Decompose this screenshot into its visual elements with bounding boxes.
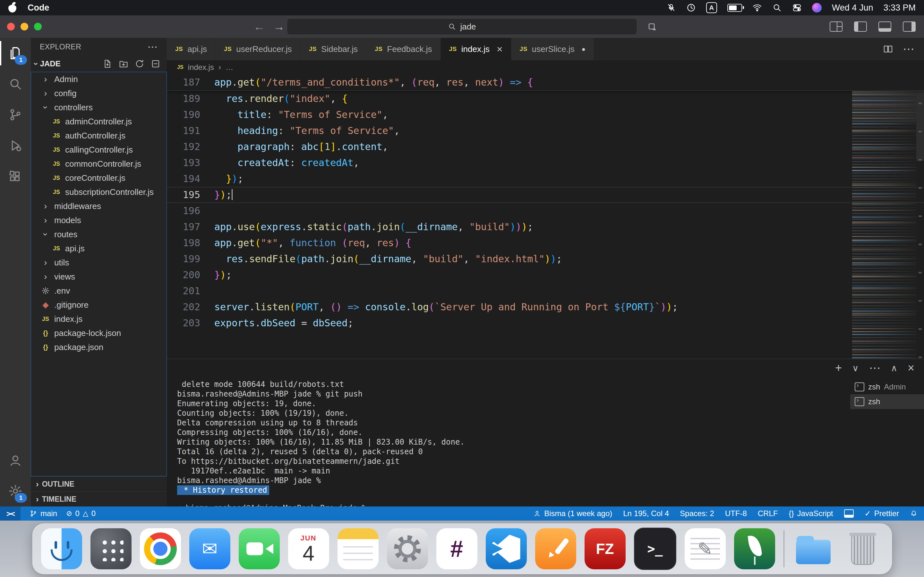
control-center-icon[interactable] <box>792 3 802 13</box>
code-row[interactable]: 197 app.use(express.static(path.join(__d… <box>167 219 924 235</box>
remote-indicator[interactable]: >< <box>0 506 21 521</box>
clock-icon[interactable] <box>686 3 696 13</box>
collapse-all-icon[interactable] <box>151 59 160 69</box>
cursor-position[interactable]: Ln 195, Col 4 <box>623 509 669 518</box>
tree-item[interactable]: models <box>31 213 166 227</box>
customize-layout-icon[interactable] <box>830 21 843 32</box>
dock-terminal[interactable]: >_ <box>634 528 676 570</box>
search-input[interactable]: jade <box>287 18 637 35</box>
code-row[interactable]: 192 paragraph: abc[1].content, <box>167 139 924 155</box>
dock-launchpad[interactable] <box>90 528 132 569</box>
dock-pages[interactable] <box>535 528 576 569</box>
tree-item[interactable]: routes <box>31 227 166 242</box>
terminal-dropdown-icon[interactable]: ∨ <box>852 363 859 374</box>
menu-time[interactable]: 3:33 PM <box>883 3 916 13</box>
toggle-secondary-sidebar-icon[interactable] <box>903 21 916 32</box>
dock-mail[interactable]: ✉ <box>189 528 230 569</box>
code-row[interactable]: 193 createdAt: createdAt, <box>167 155 924 171</box>
terminal-instance[interactable]: zsh Admin <box>850 380 924 394</box>
tree-item[interactable]: JS coreController.js <box>31 171 166 185</box>
dock-chrome[interactable] <box>140 528 181 569</box>
tree-item[interactable]: utils <box>31 255 166 269</box>
new-folder-icon[interactable] <box>119 59 128 69</box>
outline-section[interactable]: › OUTLINE <box>31 476 167 492</box>
editor-layout-dropdown-icon[interactable] <box>648 22 657 31</box>
code-row[interactable]: 195 }); <box>167 187 924 203</box>
dock-vscode[interactable] <box>486 528 527 569</box>
tree-item[interactable]: ◆ .gitignore <box>31 298 166 312</box>
tree-item[interactable]: .env <box>31 284 166 298</box>
tree-item[interactable]: JS adminController.js <box>31 114 166 129</box>
notifications-bell[interactable] <box>910 510 918 517</box>
tree-item[interactable]: JS callingController.js <box>31 143 166 157</box>
dock-slack[interactable]: # <box>436 528 477 569</box>
activity-explorer[interactable]: 1 <box>0 38 31 69</box>
apple-menu-icon[interactable] <box>8 3 17 13</box>
code-editor[interactable]: 187 app.get("/terms_and_conditions*", (r… <box>167 74 924 359</box>
encoding[interactable]: UTF-8 <box>725 509 747 518</box>
dock-filezilla[interactable]: FZ <box>585 528 626 569</box>
code-row[interactable]: 199 res.sendFile(path.join(__dirname, "b… <box>167 251 924 267</box>
tree-item[interactable]: Admin <box>31 72 166 86</box>
dock-textedit[interactable]: ✎ <box>685 528 726 569</box>
indentation[interactable]: Spaces: 2 <box>680 509 714 518</box>
timeline-section[interactable]: › TIMELINE <box>31 492 167 506</box>
code-row[interactable]: 190 title: "Terms of Service", <box>167 107 924 123</box>
code-row[interactable]: 194 }); <box>167 171 924 187</box>
refresh-icon[interactable] <box>135 59 144 69</box>
menu-date[interactable]: Wed 4 Jun <box>832 3 873 13</box>
close-tab-icon[interactable]: × <box>497 44 503 54</box>
maximize-panel-icon[interactable]: ∧ <box>891 363 897 374</box>
tree-item[interactable]: JS authController.js <box>31 129 166 143</box>
file-tree[interactable]: Admin config controllers JS <box>31 72 167 476</box>
tree-item[interactable]: views <box>31 269 166 284</box>
dock-mongodb[interactable] <box>734 528 775 569</box>
code-row[interactable]: 196 <box>167 203 924 219</box>
new-terminal-icon[interactable]: + <box>835 361 842 375</box>
tree-item[interactable]: JS index.js <box>31 312 166 326</box>
minimize-window-button[interactable] <box>21 23 28 31</box>
tree-item[interactable]: {} package.json <box>31 340 166 354</box>
toggle-primary-sidebar-icon[interactable] <box>854 21 867 32</box>
app-menu[interactable]: Code <box>27 3 49 13</box>
dock-trash[interactable] <box>842 528 883 569</box>
eol-sequence[interactable]: CRLF <box>758 509 778 518</box>
activity-source-control[interactable] <box>0 99 31 130</box>
activity-run-debug[interactable] <box>0 130 31 161</box>
input-source-icon[interactable]: A <box>706 2 717 13</box>
project-section-header[interactable]: › JADE <box>31 56 167 72</box>
git-branch[interactable]: main <box>29 509 57 518</box>
editor-tab[interactable]: JS index.js × <box>441 38 511 60</box>
tree-item[interactable]: JS api.js <box>31 242 166 255</box>
layout-icon[interactable] <box>844 509 854 518</box>
breadcrumb[interactable]: JS index.js › … <box>167 60 924 74</box>
close-window-button[interactable] <box>7 23 15 31</box>
code-row[interactable]: 200 }); <box>167 267 924 283</box>
tree-item[interactable]: JS subscriptionController.js <box>31 185 166 199</box>
git-blame[interactable]: Bisma (1 week ago) <box>533 509 612 518</box>
new-file-icon[interactable] <box>103 59 112 69</box>
activity-settings[interactable]: 1 <box>0 476 31 506</box>
activity-extensions[interactable] <box>0 161 31 192</box>
back-icon[interactable]: ← <box>254 20 265 33</box>
dock-divider[interactable] <box>783 530 784 567</box>
dock-system-settings[interactable] <box>387 528 428 569</box>
sticky-scroll-line[interactable]: 187 app.get("/terms_and_conditions*", (r… <box>167 74 924 91</box>
microphone-muted-icon[interactable] <box>666 3 676 13</box>
problems-indicator[interactable]: ⊘ 0 △ 0 <box>66 509 95 518</box>
dock-calendar[interactable]: JUN 4 <box>288 528 329 569</box>
code-row[interactable]: 191 heading: "Terms of Service", <box>167 123 924 139</box>
spotlight-icon[interactable] <box>772 3 782 13</box>
explorer-more-actions-icon[interactable]: ⋯ <box>148 41 158 53</box>
editor-tab[interactable]: JS userReducer.js <box>216 38 300 60</box>
terminal-instance[interactable]: zsh <box>850 394 924 409</box>
code-row[interactable]: 201 <box>167 283 924 299</box>
code-row[interactable]: 198 app.get("*", function (req, res) { <box>167 235 924 251</box>
dock-finder[interactable] <box>41 528 82 569</box>
editor-tab[interactable]: JS Feedback.js <box>367 38 441 60</box>
editor-tab[interactable]: JS Sidebar.js <box>300 38 367 60</box>
editor-tab[interactable]: JS api.js <box>167 38 216 60</box>
code-row[interactable]: 203 exports.dbSeed = dbSeed; <box>167 315 924 331</box>
breadcrumb-file[interactable]: index.js <box>188 63 214 72</box>
tree-item[interactable]: JS commonController.js <box>31 157 166 171</box>
